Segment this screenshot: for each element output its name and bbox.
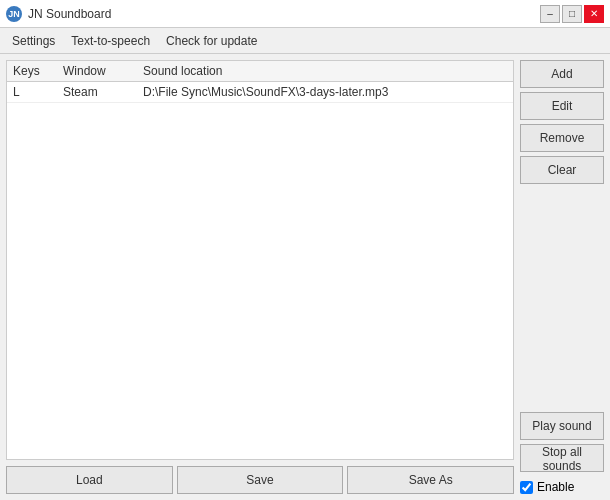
save-button[interactable]: Save <box>177 466 344 494</box>
minimize-button[interactable]: – <box>540 5 560 23</box>
cell-keys: L <box>11 84 61 100</box>
menu-update[interactable]: Check for update <box>158 31 265 51</box>
sound-table: Keys Window Sound location L Steam D:\Fi… <box>6 60 514 460</box>
save-as-button[interactable]: Save As <box>347 466 514 494</box>
bottom-buttons: Load Save Save As <box>6 466 514 494</box>
stop-all-button[interactable]: Stop all sounds <box>520 444 604 472</box>
menu-bar: Settings Text-to-speech Check for update <box>0 28 610 54</box>
right-panel: Add Edit Remove Clear Play sound Stop al… <box>520 54 610 500</box>
add-button[interactable]: Add <box>520 60 604 88</box>
table-header: Keys Window Sound location <box>7 61 513 82</box>
col-header-location: Sound location <box>141 63 509 79</box>
enable-label: Enable <box>537 480 574 494</box>
close-button[interactable]: ✕ <box>584 5 604 23</box>
menu-settings[interactable]: Settings <box>4 31 63 51</box>
window-controls: – □ ✕ <box>540 5 604 23</box>
col-header-keys: Keys <box>11 63 61 79</box>
edit-button[interactable]: Edit <box>520 92 604 120</box>
load-button[interactable]: Load <box>6 466 173 494</box>
clear-button[interactable]: Clear <box>520 156 604 184</box>
table-row[interactable]: L Steam D:\File Sync\Music\SoundFX\3-day… <box>7 82 513 103</box>
col-header-window: Window <box>61 63 141 79</box>
main-content: Keys Window Sound location L Steam D:\Fi… <box>0 54 610 500</box>
remove-button[interactable]: Remove <box>520 124 604 152</box>
title-bar: JN JN Soundboard – □ ✕ <box>0 0 610 28</box>
window-title: JN Soundboard <box>28 7 111 21</box>
play-sound-button[interactable]: Play sound <box>520 412 604 440</box>
cell-window: Steam <box>61 84 141 100</box>
left-panel: Keys Window Sound location L Steam D:\Fi… <box>0 54 520 500</box>
menu-tts[interactable]: Text-to-speech <box>63 31 158 51</box>
app-icon: JN <box>6 6 22 22</box>
maximize-button[interactable]: □ <box>562 5 582 23</box>
title-bar-left: JN JN Soundboard <box>6 6 111 22</box>
enable-checkbox[interactable] <box>520 481 533 494</box>
cell-location: D:\File Sync\Music\SoundFX\3-days-later.… <box>141 84 509 100</box>
